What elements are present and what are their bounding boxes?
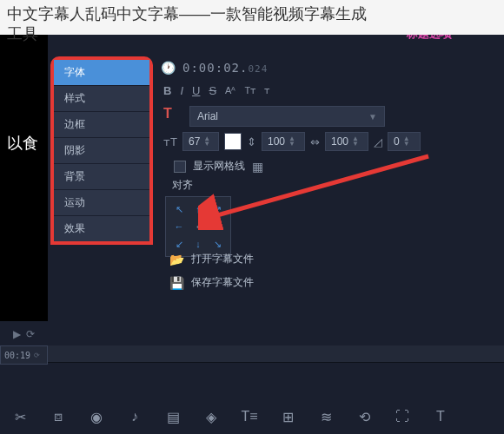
font-size-spinner[interactable]: ▲▼ — [203, 136, 210, 147]
increase-size-button[interactable]: Aᴬ — [225, 85, 235, 96]
font-family-dropdown[interactable]: Arial ▼ — [189, 106, 385, 127]
align-bottom-left[interactable]: ↙ — [169, 235, 189, 253]
grid-icon[interactable]: ▦ — [252, 160, 263, 174]
align-bottom-right[interactable]: ↘ — [208, 235, 227, 253]
italic-button[interactable]: I — [180, 84, 183, 97]
color-swatch[interactable] — [224, 133, 242, 150]
decrease-size-button[interactable]: Tᴛ — [244, 85, 255, 96]
frame-tool-icon[interactable]: ⛶ — [393, 407, 412, 426]
align-top-right[interactable]: ↗ — [208, 201, 227, 218]
underline-button[interactable]: U — [192, 84, 200, 97]
line-height-input[interactable]: 100 ▲▼ — [262, 132, 305, 151]
dropdown-arrow-icon: ▼ — [368, 112, 377, 122]
text-color-icon[interactable]: T — [163, 106, 172, 122]
loop-icon[interactable]: ⟳ — [26, 328, 35, 340]
menu-item-motion[interactable]: 运动 — [54, 190, 149, 216]
preview-text-snippet: 以食 — [7, 133, 38, 154]
font-color-row: T — [163, 106, 172, 122]
crop-tool-icon[interactable]: ⧈ — [49, 407, 68, 426]
menu-item-border[interactable]: 边框 — [54, 112, 149, 138]
align-middle-left[interactable]: ← — [169, 218, 189, 235]
gridline-checkbox[interactable] — [174, 161, 186, 173]
page-title: 中文字幕人乱码中文字幕——一款智能视频字幕生成 工具 — [0, 0, 504, 35]
subtitle-file-actions: 📂 打开字幕文件 💾 保存字幕文件 — [169, 252, 254, 299]
align-middle-right[interactable]: → — [208, 218, 227, 235]
kerning-icon: ⇔ — [310, 135, 320, 148]
angle-spinner[interactable]: ▲▼ — [403, 136, 410, 147]
line-height-icon: ⇕ — [247, 135, 256, 148]
save-subtitle-label: 保存字幕文件 — [191, 275, 254, 290]
bottom-toolbar: ✂ ⧈ ◉ ♪ ▤ ◈ T≡ ⊞ ≋ ⟲ ⛶ T — [0, 399, 504, 434]
title-tool-icon[interactable]: T — [431, 407, 450, 426]
pan-tool-icon[interactable]: ≋ — [316, 407, 335, 426]
alignment-section: 对齐 ↖ ↑ ↗ ← • → ↙ ↓ ↘ — [165, 178, 231, 257]
timeline[interactable] — [48, 345, 504, 398]
speed-tool-icon[interactable]: ◈ — [202, 407, 221, 426]
menu-item-font[interactable]: 字体 — [54, 60, 149, 86]
size-controls: ᴛT 67 ▲▼ ⇕ 100 ▲▼ ⇔ 100 ▲▼ ◿ 0 ▲▼ — [163, 132, 421, 151]
align-middle-center[interactable]: • — [189, 218, 208, 235]
save-subtitle-button[interactable]: 💾 保存字幕文件 — [169, 275, 254, 290]
color-tool-icon[interactable]: ◉ — [87, 407, 106, 426]
alignment-grid: ↖ ↑ ↗ ← • → ↙ ↓ ↘ — [165, 196, 231, 257]
font-family-value: Arial — [197, 110, 218, 122]
align-top-left[interactable]: ↖ — [169, 201, 189, 218]
align-bottom-center[interactable]: ↓ — [189, 235, 208, 253]
line-height-spinner[interactable]: ▲▼ — [288, 136, 295, 147]
open-subtitle-button[interactable]: 📂 打开字幕文件 — [169, 252, 254, 266]
font-size-icon: ᴛT — [163, 135, 177, 148]
format-toolbar: B I U S Aᴬ Tᴛ ᴛ — [163, 84, 269, 97]
text-tool-icon[interactable]: T≡ — [240, 407, 259, 426]
save-file-icon: 💾 — [169, 276, 184, 290]
align-top-center[interactable]: ↑ — [189, 201, 208, 218]
preview-controls: ▶ ⟳ — [0, 321, 48, 347]
play-icon[interactable]: ▶ — [13, 328, 21, 340]
split-tool-icon[interactable]: ⊞ — [278, 407, 297, 426]
video-preview: 以食 — [0, 24, 48, 321]
font-size-input[interactable]: 67 ▲▼ — [182, 132, 219, 151]
timeline-time-display: 00:19 ⟳ — [0, 345, 48, 365]
rotate-tool-icon[interactable]: ⟲ — [355, 407, 374, 426]
timecode: 🕐 0:00:02.024 — [161, 61, 268, 75]
alignment-label: 对齐 — [172, 178, 231, 193]
menu-item-shadow[interactable]: 阴影 — [54, 138, 149, 164]
cut-tool-icon[interactable]: ✂ — [10, 407, 30, 426]
angle-icon: ◿ — [374, 135, 382, 148]
overlay-tool-icon[interactable]: ▤ — [163, 407, 182, 426]
bold-button[interactable]: B — [163, 84, 171, 97]
strikethrough-button[interactable]: S — [209, 84, 216, 97]
open-file-icon: 📂 — [169, 253, 184, 266]
audio-tool-icon[interactable]: ♪ — [125, 407, 144, 426]
kerning-input[interactable]: 100 ▲▼ — [325, 132, 368, 151]
timecode-value: 0:00:02.024 — [182, 61, 268, 75]
menu-item-style[interactable]: 样式 — [54, 86, 149, 112]
clear-format-button[interactable]: ᴛ — [264, 85, 269, 96]
angle-input[interactable]: 0 ▲▼ — [388, 132, 421, 151]
timeline-ruler[interactable] — [48, 345, 504, 363]
open-subtitle-label: 打开字幕文件 — [191, 252, 254, 266]
gridline-row: 显示网格线 ▦ — [174, 159, 263, 174]
text-properties-menu: 字体 样式 边框 阴影 背景 运动 效果 — [50, 56, 153, 245]
kerning-spinner[interactable]: ▲▼ — [352, 136, 359, 147]
menu-item-background[interactable]: 背景 — [54, 164, 149, 190]
menu-item-effect[interactable]: 效果 — [54, 216, 149, 241]
clock-icon: 🕐 — [161, 61, 176, 75]
gridline-label: 显示网格线 — [193, 159, 245, 174]
